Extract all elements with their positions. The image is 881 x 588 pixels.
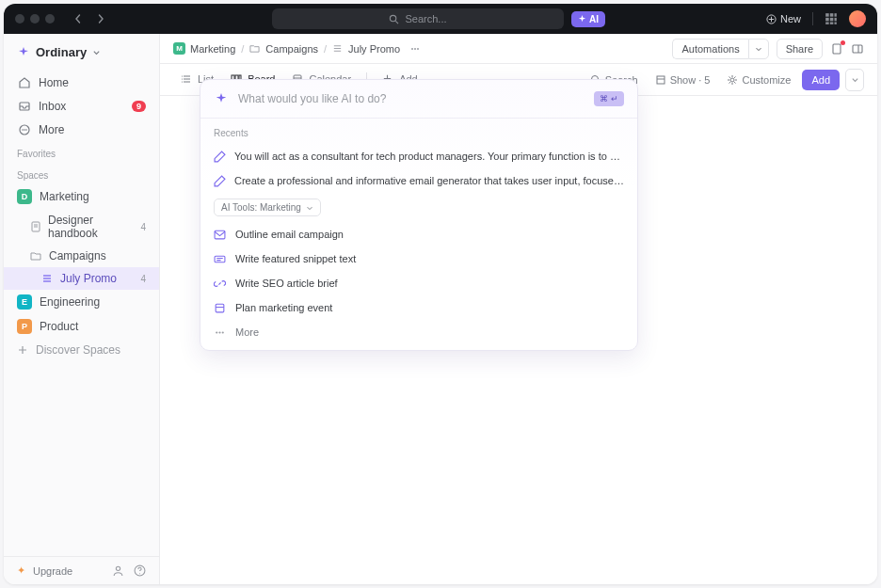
- plus-icon: [17, 344, 29, 357]
- ai-tool-plan-event[interactable]: Plan marketing event: [200, 295, 637, 320]
- nav-back-button[interactable]: [68, 8, 88, 29]
- space-engineering[interactable]: E Engineering: [4, 290, 159, 314]
- window-controls[interactable]: [15, 14, 55, 24]
- svg-rect-7: [830, 18, 834, 21]
- share-button[interactable]: Share: [777, 39, 823, 59]
- list-icon: [181, 72, 193, 85]
- svg-point-15: [24, 129, 25, 131]
- space-product[interactable]: P Product: [4, 314, 159, 339]
- svg-point-25: [139, 573, 140, 574]
- crumb-july-promo[interactable]: July Promo: [332, 43, 400, 55]
- automations-dropdown[interactable]: [748, 39, 769, 59]
- ai-panel: What would you like AI to do? ⌘ ↵ Recent…: [200, 79, 638, 351]
- svg-point-38: [182, 75, 183, 76]
- recent-item[interactable]: You will act as a consultant for tech pr…: [200, 144, 637, 168]
- ai-tool-snippet[interactable]: Write featured snippet text: [200, 246, 637, 271]
- calendar-icon: [214, 301, 227, 314]
- workspace-switcher[interactable]: Ordinary: [4, 34, 159, 71]
- global-search[interactable]: Search...: [272, 8, 564, 29]
- add-task-button[interactable]: Add: [802, 70, 840, 90]
- svg-rect-51: [215, 230, 225, 239]
- ai-tool-chip[interactable]: AI Tools: Marketing: [214, 199, 321, 216]
- add-dropdown[interactable]: [845, 69, 864, 91]
- svg-point-31: [417, 48, 419, 50]
- favorites-header: Favorites: [4, 141, 159, 163]
- workspace-name: Ordinary: [36, 45, 87, 59]
- discover-spaces[interactable]: Discover Spaces: [4, 339, 159, 361]
- svg-point-58: [218, 331, 220, 333]
- upgrade-link[interactable]: Upgrade: [33, 565, 72, 577]
- sidebar-inbox[interactable]: Inbox 9: [4, 94, 159, 118]
- ai-input-row[interactable]: What would you like AI to do? ⌘ ↵: [200, 80, 637, 119]
- ai-badge[interactable]: AI: [571, 11, 605, 27]
- svg-point-0: [391, 15, 396, 21]
- svg-point-30: [414, 48, 416, 50]
- chevron-down-icon: [92, 48, 101, 56]
- search-icon: [389, 14, 399, 24]
- svg-point-14: [22, 129, 24, 131]
- folder-designer-handbook[interactable]: Designer handbook 4: [4, 209, 159, 245]
- user-avatar[interactable]: [849, 10, 866, 27]
- home-icon: [17, 75, 31, 89]
- sidebar-more[interactable]: More: [4, 118, 159, 141]
- ai-input-placeholder: What would you like AI to do?: [238, 92, 585, 105]
- show-button[interactable]: Show · 5: [649, 71, 716, 89]
- folder-icon: [30, 250, 42, 262]
- new-button[interactable]: New: [766, 13, 801, 24]
- recents-label: Recents: [200, 119, 637, 144]
- svg-rect-6: [825, 18, 829, 21]
- crumb-marketing[interactable]: M Marketing: [173, 42, 235, 55]
- panel-icon[interactable]: [851, 42, 864, 56]
- breadcrumb-bar: M Marketing / Campaigns / July Promo Aut…: [160, 34, 877, 64]
- recent-item[interactable]: Create a professional and informative em…: [200, 168, 637, 193]
- workspace-logo-icon: [17, 46, 30, 59]
- svg-rect-3: [825, 13, 829, 16]
- svg-point-23: [116, 566, 120, 570]
- link-icon: [214, 277, 227, 290]
- main-content: M Marketing / Campaigns / July Promo Aut…: [160, 34, 877, 584]
- show-icon: [655, 74, 666, 86]
- pencil-icon: [214, 174, 226, 187]
- space-badge: E: [17, 294, 32, 310]
- titlebar: Search... AI New: [4, 4, 877, 34]
- automations-button[interactable]: Automations: [672, 39, 747, 59]
- space-marketing[interactable]: D Marketing: [4, 184, 159, 209]
- help-icon[interactable]: [134, 564, 146, 577]
- ai-tool-seo[interactable]: Write SEO article brief: [200, 271, 637, 295]
- svg-point-40: [182, 81, 183, 82]
- space-badge: D: [17, 189, 32, 204]
- svg-rect-9: [825, 23, 829, 24]
- svg-rect-10: [830, 23, 834, 24]
- notifications-icon[interactable]: [830, 42, 843, 56]
- mail-icon: [214, 228, 227, 241]
- svg-rect-48: [657, 76, 665, 84]
- search-placeholder: Search...: [405, 13, 446, 24]
- folder-campaigns[interactable]: Campaigns: [4, 245, 159, 267]
- user-icon[interactable]: [112, 564, 124, 577]
- inbox-icon: [17, 99, 31, 113]
- svg-rect-4: [830, 13, 834, 16]
- more-icon: [17, 122, 31, 136]
- svg-rect-8: [835, 18, 837, 21]
- crumb-campaigns[interactable]: Campaigns: [249, 43, 318, 55]
- ai-more[interactable]: More: [200, 320, 637, 350]
- ai-kbd-hint: ⌘ ↵: [594, 91, 624, 106]
- svg-rect-52: [215, 256, 225, 262]
- sidebar-home[interactable]: Home: [4, 71, 159, 94]
- apps-icon[interactable]: [825, 12, 838, 25]
- gear-icon: [727, 74, 738, 86]
- ai-tool-outline-email[interactable]: Outline email campaign: [200, 222, 637, 246]
- svg-point-39: [182, 78, 183, 79]
- inbox-badge: 9: [132, 101, 146, 112]
- list-july-promo[interactable]: July Promo 4: [4, 267, 159, 290]
- nav-forward-button[interactable]: [90, 8, 111, 29]
- more-crumb-icon[interactable]: [409, 43, 421, 55]
- list-icon: [41, 273, 54, 285]
- customize-button[interactable]: Customize: [721, 71, 796, 89]
- upgrade-icon: ✦: [17, 564, 25, 577]
- sidebar: Ordinary Home Inbox 9 More Favorites Spa…: [4, 34, 160, 584]
- snippet-icon: [214, 252, 227, 265]
- svg-rect-33: [853, 45, 862, 53]
- svg-point-29: [411, 48, 413, 50]
- svg-rect-55: [216, 304, 224, 312]
